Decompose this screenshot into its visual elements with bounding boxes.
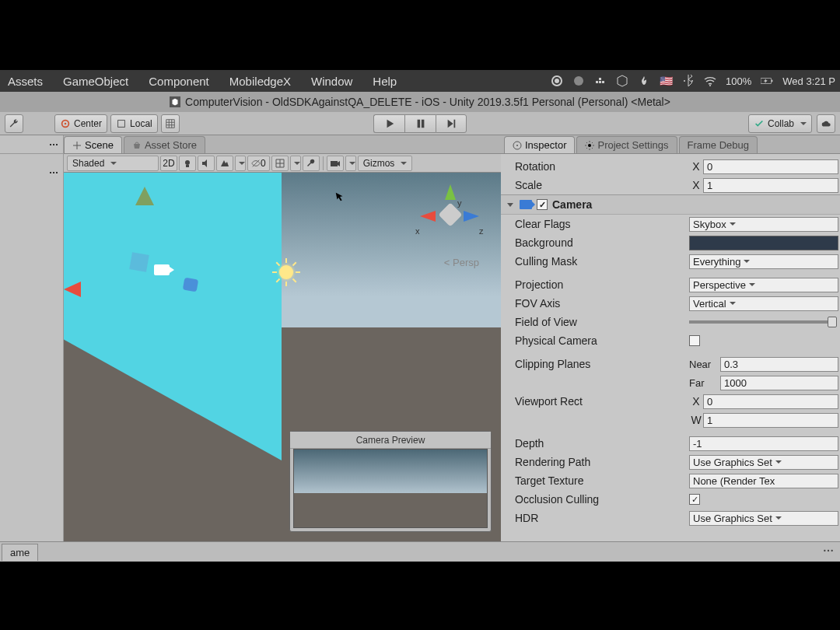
cloud-icon xyxy=(821,118,831,129)
near-label: Near xyxy=(689,359,717,370)
fx-toggle[interactable] xyxy=(216,156,233,171)
tools-toggle[interactable] xyxy=(303,156,320,171)
grid-dropdown[interactable] xyxy=(290,156,301,171)
flame-icon[interactable] xyxy=(638,75,650,87)
docker-icon[interactable] xyxy=(594,75,607,87)
rotation-x-field[interactable]: 0 xyxy=(703,159,838,174)
gizmos-dropdown[interactable]: Gizmos xyxy=(358,156,413,171)
physical-camera-checkbox[interactable] xyxy=(689,335,700,346)
camera-enabled-checkbox[interactable]: ✓ xyxy=(537,199,548,210)
tab-inspector[interactable]: Inspector xyxy=(504,136,575,153)
scale-x-field[interactable]: 1 xyxy=(703,178,838,193)
svg-point-31 xyxy=(824,549,825,551)
main-toolbar: Center Local Collab xyxy=(0,112,840,135)
hierarchy-panel[interactable] xyxy=(0,135,64,541)
bluetooth-icon[interactable] xyxy=(682,75,695,87)
near-field[interactable]: 0.3 xyxy=(720,357,838,372)
viewport-x-field[interactable]: 0 xyxy=(703,394,838,409)
tool-settings-button[interactable] xyxy=(5,114,23,133)
svg-point-1 xyxy=(555,79,559,83)
slider-thumb[interactable] xyxy=(828,317,837,327)
record-icon[interactable] xyxy=(551,75,563,87)
panel-menu-icon-bottom[interactable] xyxy=(823,545,834,556)
pause-button[interactable] xyxy=(404,114,436,133)
background-color-field[interactable] xyxy=(689,236,838,250)
cloud-button[interactable] xyxy=(817,114,835,133)
wrench-icon xyxy=(9,118,19,129)
circle-icon[interactable] xyxy=(572,75,585,87)
scene-camera-gizmo[interactable] xyxy=(154,264,170,275)
space-mode-button[interactable]: Local xyxy=(110,114,158,133)
lighting-toggle[interactable] xyxy=(179,156,196,171)
tab-project-settings[interactable]: Project Settings xyxy=(576,136,677,153)
background-label: Background xyxy=(515,236,689,249)
step-button[interactable] xyxy=(436,114,467,133)
fx-dropdown[interactable] xyxy=(235,156,246,171)
panel-menu-icon-2[interactable] xyxy=(49,168,58,177)
snap-button[interactable] xyxy=(161,114,180,133)
menu-assets[interactable]: Assets xyxy=(5,73,46,89)
occlusion-culling-checkbox[interactable]: ✓ xyxy=(689,494,700,505)
tab-frame-debug[interactable]: Frame Debug xyxy=(679,136,758,153)
projection-label[interactable]: < Persp xyxy=(444,257,479,268)
svg-rect-6 xyxy=(602,81,604,83)
rendering-path-dropdown[interactable]: Use Graphics Set xyxy=(689,455,838,470)
unity-file-icon xyxy=(170,96,180,107)
eye-off-icon xyxy=(251,158,261,169)
menu-window[interactable]: Window xyxy=(308,73,355,89)
local-icon xyxy=(116,118,127,129)
svg-point-19 xyxy=(53,144,54,145)
letterbox-bottom xyxy=(0,562,840,630)
window-title: ComputerVision - OldSDKAgainstQA_DELETE … xyxy=(185,96,670,108)
settings-tab-icon xyxy=(585,141,594,150)
2d-toggle[interactable]: 2D xyxy=(160,156,177,171)
menu-component[interactable]: Component xyxy=(145,73,212,89)
target-texture-field[interactable]: None (Render Tex xyxy=(689,474,838,488)
scene-cube-object[interactable] xyxy=(129,252,149,271)
tab-scene[interactable]: Scene xyxy=(64,136,122,153)
svg-point-23 xyxy=(56,172,58,173)
viewport-w-field[interactable]: 1 xyxy=(703,413,838,428)
menu-gameobject[interactable]: GameObject xyxy=(60,73,131,89)
camera-preview-render xyxy=(293,449,488,528)
camera-dropdown[interactable] xyxy=(345,156,356,171)
camera-settings[interactable] xyxy=(327,156,344,171)
far-field[interactable]: 1000 xyxy=(720,376,838,390)
fov-slider[interactable] xyxy=(689,320,837,324)
scene-viewport[interactable]: yxz < Persp Camera Preview xyxy=(64,173,501,541)
target-texture-label: Target Texture xyxy=(515,474,689,487)
camera-component-title: Camera xyxy=(552,198,592,211)
fov-label: Field of View xyxy=(515,316,689,328)
pivot-mode-button[interactable]: Center xyxy=(54,114,107,133)
grid-toggle[interactable] xyxy=(271,156,289,171)
play-button[interactable] xyxy=(373,114,404,133)
culling-mask-dropdown[interactable]: Everything xyxy=(689,254,838,269)
projection-dropdown[interactable]: Perspective xyxy=(689,278,838,292)
bottom-tab-partial[interactable]: ame xyxy=(2,544,38,561)
camera-component-header[interactable]: ✓ Camera xyxy=(501,194,840,215)
flag-icon[interactable]: 🇺🇸 xyxy=(660,75,673,87)
directional-light-gizmo[interactable] xyxy=(272,258,300,286)
unity-icon[interactable] xyxy=(616,75,628,87)
depth-field[interactable]: -1 xyxy=(689,436,838,451)
orientation-gizmo[interactable]: yxz xyxy=(415,184,485,247)
clear-flags-dropdown[interactable]: Skybox xyxy=(689,217,838,232)
panel-menu-icon[interactable] xyxy=(49,140,58,149)
hidden-count[interactable]: 0 xyxy=(247,156,270,171)
hdr-dropdown[interactable]: Use Graphics Set xyxy=(689,511,838,526)
scene-blue-object[interactable] xyxy=(183,278,199,292)
viewport-w-label: W xyxy=(689,414,703,426)
menu-mobiledgex[interactable]: MobiledgeX xyxy=(226,73,294,89)
tab-asset-store[interactable]: Asset Store xyxy=(124,136,205,153)
collab-button[interactable]: Collab xyxy=(748,114,812,133)
shading-mode-dropdown[interactable]: Shaded xyxy=(67,156,159,171)
svg-point-8 xyxy=(691,80,693,82)
grid-icon xyxy=(275,158,285,169)
center-icon xyxy=(60,118,71,129)
fov-axis-dropdown[interactable]: Vertical xyxy=(689,296,838,311)
camera-preview-overlay[interactable]: Camera Preview xyxy=(289,431,492,532)
menu-help[interactable]: Help xyxy=(369,73,400,89)
svg-point-9 xyxy=(709,85,711,86)
wifi-icon[interactable] xyxy=(704,75,716,87)
audio-toggle[interactable] xyxy=(198,156,215,171)
